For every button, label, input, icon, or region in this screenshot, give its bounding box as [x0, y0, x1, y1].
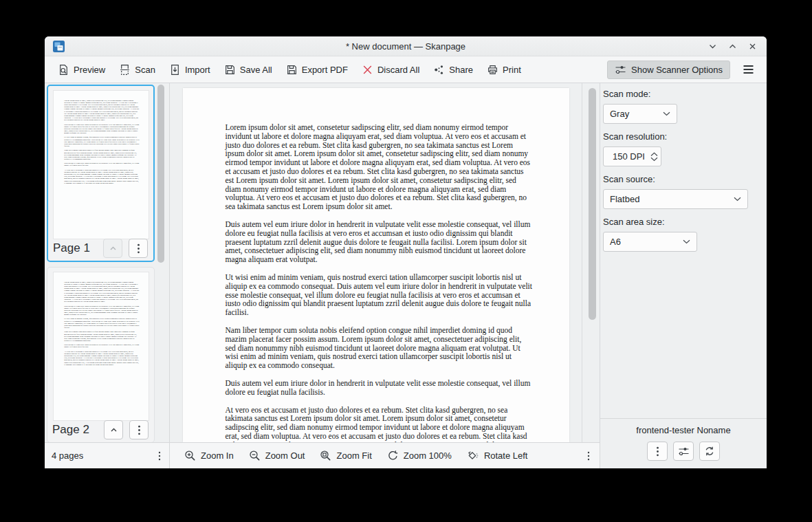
close-icon	[748, 42, 757, 51]
document-paragraph: Lorem ipsum dolor sit amet, consetetur s…	[226, 123, 533, 211]
document-paragraph: Duis autem vel eum iriure dolor in hendr…	[64, 123, 140, 134]
viewer-scrollbar[interactable]	[589, 88, 596, 320]
document-text: Lorem ipsum dolor sit amet, consetetur s…	[226, 123, 533, 442]
export-pdf-label: Export PDF	[302, 65, 348, 75]
hamburger-icon	[743, 65, 754, 74]
scan-button[interactable]: Scan	[113, 61, 162, 79]
thumbnail-sidebar: Lorem ipsum dolor sit amet, consetetur s…	[45, 83, 170, 442]
scan-label: Scan	[135, 65, 155, 75]
show-scanner-options-toggle[interactable]: Show Scanner Options	[607, 61, 730, 79]
import-label: Import	[185, 65, 210, 75]
page-menu-button[interactable]	[129, 239, 148, 258]
save-all-label: Save All	[240, 65, 272, 75]
spin-up-icon[interactable]	[650, 152, 658, 157]
save-all-button[interactable]: Save All	[218, 61, 278, 79]
document-viewer: Lorem ipsum dolor sit amet, consetetur s…	[170, 83, 582, 442]
document-paragraph: At vero eos et accusam et justo duo dolo…	[64, 168, 140, 184]
scanner-device-name: frontend-tester Noname	[636, 425, 730, 435]
page-label: Page 1	[53, 241, 97, 255]
document-paragraph: Nam liber tempor cum soluta nobis eleife…	[64, 331, 140, 342]
chevron-up-icon	[109, 426, 118, 435]
document-paragraph: Nam liber tempor cum soluta nobis eleife…	[64, 149, 140, 160]
share-icon	[433, 64, 445, 76]
thumbnail-text: Lorem ipsum dolor sit amet, consetetur s…	[54, 91, 149, 184]
export-pdf-button[interactable]: Export PDF	[280, 61, 354, 79]
zoom-100-button[interactable]: Zoom 100%	[381, 446, 458, 465]
zoom-original-icon	[387, 450, 399, 461]
share-button[interactable]: Share	[427, 61, 479, 79]
close-button[interactable]	[746, 40, 758, 52]
zoom-in-button[interactable]: Zoom In	[178, 446, 240, 465]
import-icon	[169, 64, 181, 76]
import-button[interactable]: Import	[163, 61, 217, 79]
zoom-out-icon	[249, 450, 261, 461]
document-paragraph: Lorem ipsum dolor sit amet, consetetur s…	[64, 281, 140, 303]
page-label: Page 2	[52, 423, 98, 437]
show-scanner-options-label: Show Scanner Options	[631, 65, 723, 75]
refresh-icon	[704, 446, 715, 457]
minimize-button[interactable]	[706, 40, 718, 52]
print-button[interactable]: Print	[481, 61, 527, 79]
document-paragraph: Duis autem vel eum iriure dolor in hendr…	[226, 220, 533, 264]
menu-button[interactable]	[737, 61, 760, 78]
zoom-out-label: Zoom Out	[265, 450, 305, 461]
document-paragraph: Ut wisi enim ad minim veniam, quis nostr…	[226, 273, 533, 317]
thumbnail-page-2[interactable]: Lorem ipsum dolor sit amet, consetetur s…	[47, 267, 155, 442]
chevron-up-icon	[109, 244, 118, 253]
document-paragraph: Lorem ipsum dolor sit amet, consetetur s…	[64, 100, 140, 121]
page-menu-button[interactable]	[129, 420, 149, 439]
scanner-device-footer: frontend-tester Noname	[600, 418, 767, 468]
maximize-button[interactable]	[726, 40, 738, 52]
sidebar-scrollbar[interactable]	[157, 85, 164, 263]
thumbnail-image-page-1: Lorem ipsum dolor sit amet, consetetur s…	[54, 91, 149, 239]
document-paragraph: Ut wisi enim ad minim veniam, quis nostr…	[64, 318, 140, 329]
preview-button[interactable]: Preview	[52, 61, 111, 79]
zoom-out-button[interactable]: Zoom Out	[243, 446, 311, 465]
scan-source-label: Scan source:	[603, 174, 762, 186]
document-paragraph: Duis autem vel eum iriure dolor in hendr…	[64, 344, 140, 348]
document-paragraph: Duis autem vel eum iriure dolor in hendr…	[226, 379, 533, 397]
share-label: Share	[449, 65, 473, 75]
spin-down-icon[interactable]	[650, 157, 658, 162]
skanpage-window: * New document — Skanpage Preview Scan I…	[45, 36, 767, 468]
thumbnail-text: Lorem ipsum dolor sit amet, consetetur s…	[54, 272, 149, 365]
zoom-fit-button[interactable]: Zoom Fit	[314, 446, 377, 465]
thumbnail-image-page-2: Lorem ipsum dolor sit amet, consetetur s…	[54, 272, 149, 420]
scan-resolution-spinbox[interactable]: 150 DPI	[603, 146, 661, 166]
scan-resolution-value: 150 DPI	[613, 151, 645, 162]
preview-icon	[58, 64, 69, 76]
zoom-fit-label: Zoom Fit	[336, 450, 371, 461]
reselect-scanner-button[interactable]	[699, 442, 720, 461]
chevron-down-icon	[734, 197, 741, 202]
scan-source-select[interactable]: Flatbed	[603, 189, 748, 209]
discard-icon	[362, 64, 373, 76]
status-bar: 4 pages Zoom In Zoom Out	[45, 442, 600, 468]
rotate-left-button[interactable]: Rotate Left	[461, 446, 534, 465]
pages-count: 4 pages	[52, 450, 154, 461]
titlebar: * New document — Skanpage	[45, 36, 767, 56]
scan-mode-label: Scan mode:	[603, 89, 762, 100]
discard-all-button[interactable]: Discard All	[355, 61, 426, 79]
scan-mode-select[interactable]: Gray	[603, 104, 677, 124]
print-label: Print	[503, 65, 521, 75]
sidebar-overflow-button[interactable]	[154, 448, 165, 464]
chevron-down-icon	[708, 42, 717, 51]
move-page-up-button[interactable]	[104, 420, 123, 439]
vertical-dots-icon	[158, 451, 161, 461]
scan-area-label: Scan area size:	[603, 217, 762, 228]
scan-area-select[interactable]: A6	[603, 232, 697, 252]
thumbnail-page-1[interactable]: Lorem ipsum dolor sit amet, consetetur s…	[47, 85, 155, 262]
vertical-dots-icon	[137, 243, 140, 254]
move-page-up-button	[103, 239, 122, 258]
zoom-fit-icon	[320, 450, 331, 461]
statusbar-overflow-button[interactable]	[583, 448, 594, 464]
document-paragraph: At vero eos et accusam et justo duo dolo…	[64, 350, 140, 365]
scan-mode-value: Gray	[610, 109, 629, 119]
window-title: * New document — Skanpage	[45, 41, 767, 52]
document-paragraph: Ut wisi enim ad minim veniam, quis nostr…	[64, 136, 140, 147]
scan-icon	[119, 64, 131, 76]
scanner-settings-button[interactable]	[673, 442, 694, 461]
preview-label: Preview	[74, 65, 105, 75]
chevron-up-icon	[728, 42, 737, 51]
scanner-menu-button[interactable]	[647, 442, 668, 461]
